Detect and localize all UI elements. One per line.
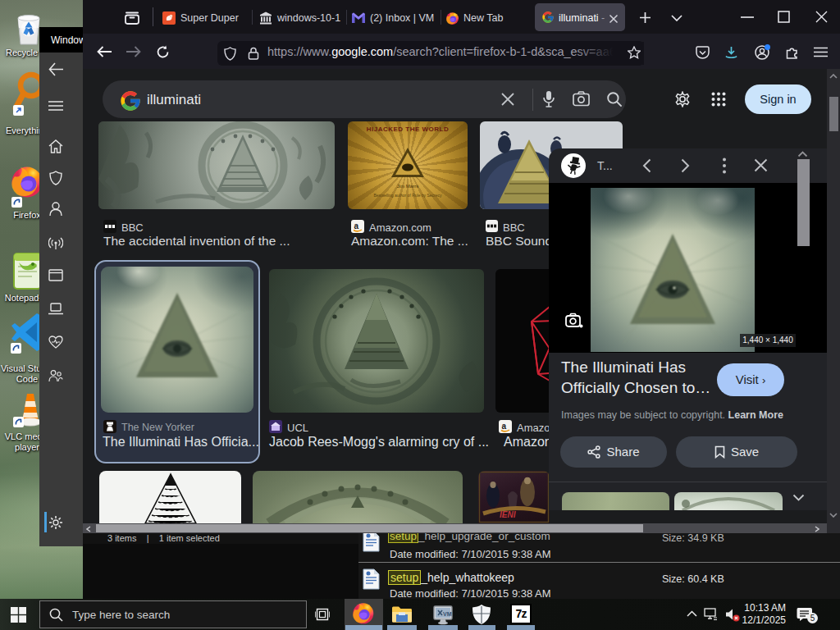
svg-text:a: a xyxy=(502,422,507,431)
svg-text:a: a xyxy=(354,221,359,231)
svg-text:IENI: IENI xyxy=(500,510,516,519)
svg-text:VM: VM xyxy=(443,611,452,617)
